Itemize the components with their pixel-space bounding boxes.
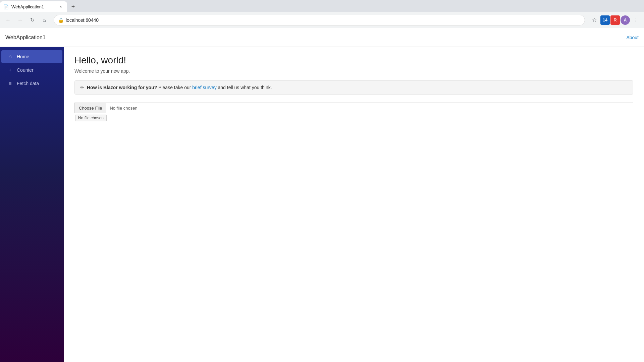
menu-icon[interactable]: ⋮ bbox=[631, 15, 641, 25]
browser-tab[interactable]: 📄 WebApplication1 × bbox=[0, 1, 67, 12]
sidebar: ⌂ Home + Counter ≡ Fetch data bbox=[0, 47, 64, 362]
pencil-icon: ✏ bbox=[80, 85, 84, 90]
counter-nav-icon: + bbox=[7, 67, 13, 73]
file-input-area: Choose File No file chosen No file chose… bbox=[74, 103, 633, 121]
lock-icon: 🔒 bbox=[58, 17, 64, 23]
refresh-button[interactable]: ↻ bbox=[27, 15, 38, 25]
top-nav: WebApplication1 About bbox=[0, 28, 644, 47]
about-link[interactable]: About bbox=[626, 35, 639, 40]
sidebar-item-fetch-data[interactable]: ≡ Fetch data bbox=[1, 77, 62, 90]
back-button[interactable]: ← bbox=[3, 15, 13, 25]
ext1-icon[interactable]: 14 bbox=[600, 15, 610, 25]
app-title: WebApplication1 bbox=[5, 35, 626, 41]
main-content: Hello, world! Welcome to your new app. ✏… bbox=[64, 47, 644, 362]
choose-file-button[interactable]: Choose File bbox=[75, 103, 106, 113]
file-tooltip: No file chosen bbox=[75, 115, 107, 121]
address-bar: ← → ↻ ⌂ 🔒 localhost:60440 ☆ 14 R A ⋮ bbox=[0, 12, 644, 28]
url-bar[interactable]: 🔒 localhost:60440 bbox=[54, 15, 585, 25]
page-subtitle: Welcome to your new app. bbox=[74, 68, 633, 74]
tab-close-button[interactable]: × bbox=[58, 4, 64, 10]
file-input-row: Choose File No file chosen bbox=[74, 103, 633, 113]
forward-button[interactable]: → bbox=[15, 15, 25, 25]
fetchdata-nav-icon: ≡ bbox=[7, 80, 13, 86]
ext2-icon[interactable]: R bbox=[610, 15, 620, 25]
survey-prefix: Please take our bbox=[158, 85, 192, 90]
survey-bold-text: How is Blazor working for you? bbox=[87, 85, 157, 90]
sidebar-item-counter-label: Counter bbox=[17, 67, 34, 73]
sidebar-item-fetchdata-label: Fetch data bbox=[17, 81, 39, 86]
home-nav-icon: ⌂ bbox=[7, 54, 13, 60]
sidebar-item-counter[interactable]: + Counter bbox=[1, 64, 62, 76]
toolbar-right: ☆ 14 R A ⋮ bbox=[589, 15, 641, 25]
survey-text: How is Blazor working for you? Please ta… bbox=[87, 85, 272, 90]
new-tab-button[interactable]: + bbox=[68, 2, 78, 11]
sidebar-item-home-label: Home bbox=[17, 54, 29, 59]
tab-title: WebApplication1 bbox=[11, 4, 55, 9]
home-button[interactable]: ⌂ bbox=[39, 15, 50, 25]
avatar-icon[interactable]: A bbox=[621, 15, 630, 25]
survey-banner: ✏ How is Blazor working for you? Please … bbox=[74, 80, 633, 95]
main-layout: ⌂ Home + Counter ≡ Fetch data Hello, wor… bbox=[0, 47, 644, 362]
bookmark-icon[interactable]: ☆ bbox=[589, 15, 600, 25]
file-no-chosen-label: No file chosen bbox=[106, 106, 633, 111]
survey-suffix: and tell us what you think. bbox=[218, 85, 272, 90]
tab-bar: 📄 WebApplication1 × + bbox=[0, 0, 644, 12]
sidebar-item-home[interactable]: ⌂ Home bbox=[1, 50, 62, 63]
page-title: Hello, world! bbox=[74, 55, 633, 66]
tab-favicon: 📄 bbox=[3, 4, 9, 9]
survey-link[interactable]: brief survey bbox=[192, 85, 216, 90]
url-text: localhost:60440 bbox=[66, 17, 581, 23]
